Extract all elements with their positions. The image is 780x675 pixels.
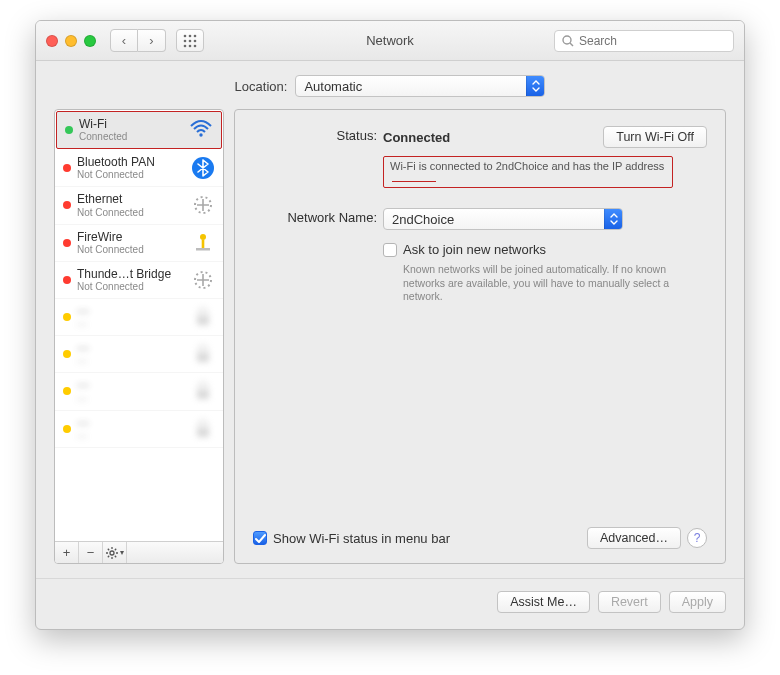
help-icon: ? [694, 531, 701, 545]
service-item[interactable]: Bluetooth PANNot Connected [55, 150, 223, 187]
assist-me-button[interactable]: Assist Me… [497, 591, 590, 613]
search-input[interactable] [579, 34, 729, 48]
show-all-button[interactable] [176, 29, 204, 52]
service-item[interactable]: EthernetNot Connected [55, 187, 223, 224]
nav-buttons: ‹ › [110, 29, 166, 52]
add-service-button[interactable]: + [55, 542, 79, 563]
status-dot-icon [63, 313, 71, 321]
remove-service-button[interactable]: − [79, 542, 103, 563]
status-label: Status: [253, 126, 383, 143]
status-dot-icon [63, 164, 71, 172]
minimize-button[interactable] [65, 35, 77, 47]
forward-button[interactable]: › [138, 29, 166, 52]
ethernet-icon [191, 268, 215, 292]
location-row: Location: Automatic [54, 75, 726, 97]
ask-to-join-label: Ask to join new networks [403, 242, 546, 257]
close-button[interactable] [46, 35, 58, 47]
service-status: — [77, 393, 183, 404]
location-select[interactable]: Automatic [295, 75, 545, 97]
search-icon [561, 34, 574, 47]
chevron-down-icon: ▾ [120, 548, 124, 557]
service-name: FireWire [77, 231, 183, 244]
service-list: Wi-FiConnectedBluetooth PANNot Connected… [55, 110, 223, 541]
ethernet-icon [191, 193, 215, 217]
chevron-right-icon: › [149, 33, 153, 48]
service-status: Connected [79, 131, 181, 142]
service-status: Not Connected [77, 281, 183, 292]
service-name: — [77, 305, 183, 318]
search-field[interactable] [554, 30, 734, 52]
chevron-left-icon: ‹ [122, 33, 126, 48]
show-status-label: Show Wi-Fi status in menu bar [273, 531, 450, 546]
service-name: Bluetooth PAN [77, 156, 183, 169]
lock-icon [191, 342, 215, 366]
window-controls [46, 35, 96, 47]
sidebar-footer: + − ▾ [55, 541, 223, 563]
zoom-button[interactable] [84, 35, 96, 47]
status-value: Connected [383, 130, 450, 145]
service-status: — [77, 318, 183, 329]
status-dot-icon [63, 239, 71, 247]
service-name: Ethernet [77, 193, 183, 206]
status-dot-icon [65, 126, 73, 134]
lock-icon [191, 379, 215, 403]
service-sidebar: Wi-FiConnectedBluetooth PANNot Connected… [54, 109, 224, 564]
status-dot-icon [63, 201, 71, 209]
lock-icon [191, 305, 215, 329]
service-status: Not Connected [77, 169, 183, 180]
ask-to-join-checkbox[interactable] [383, 243, 397, 257]
service-item[interactable]: —— [55, 411, 223, 448]
service-status: Not Connected [77, 244, 183, 255]
status-description: Wi-Fi is connected to 2ndChoice and has … [383, 156, 673, 188]
service-item[interactable]: Wi-FiConnected [56, 111, 222, 149]
service-item[interactable]: Thunde…t BridgeNot Connected [55, 262, 223, 299]
turn-wifi-off-button[interactable]: Turn Wi-Fi Off [603, 126, 707, 148]
advanced-button[interactable]: Advanced… [587, 527, 681, 549]
grid-icon [182, 33, 198, 49]
service-status: — [77, 430, 183, 441]
service-status: Not Connected [77, 207, 183, 218]
service-item[interactable]: FireWireNot Connected [55, 225, 223, 262]
lock-icon [191, 417, 215, 441]
back-button[interactable]: ‹ [110, 29, 138, 52]
updown-icon [604, 209, 622, 229]
status-dot-icon [63, 350, 71, 358]
wifi-icon [189, 118, 213, 142]
service-item[interactable]: —— [55, 336, 223, 373]
status-dot-icon [63, 276, 71, 284]
ask-to-join-help: Known networks will be joined automatica… [403, 263, 673, 304]
gear-icon [105, 546, 119, 560]
network-name-value: 2ndChoice [392, 212, 604, 227]
firewire-icon [191, 231, 215, 255]
minus-icon: − [87, 545, 95, 560]
revert-button[interactable]: Revert [598, 591, 661, 613]
plus-icon: + [63, 545, 71, 560]
location-label: Location: [235, 79, 288, 94]
redacted-ip [392, 181, 436, 182]
service-item[interactable]: —— [55, 373, 223, 410]
show-status-checkbox[interactable] [253, 531, 267, 545]
service-name: — [77, 342, 183, 355]
service-status: — [77, 355, 183, 366]
service-item[interactable]: —— [55, 299, 223, 336]
service-name: Thunde…t Bridge [77, 268, 183, 281]
window-footer: Assist Me… Revert Apply [36, 578, 744, 629]
updown-icon [526, 76, 544, 96]
apply-button[interactable]: Apply [669, 591, 726, 613]
status-dot-icon [63, 387, 71, 395]
service-name: Wi-Fi [79, 118, 181, 131]
titlebar: ‹ › Network [36, 21, 744, 61]
location-value: Automatic [304, 79, 526, 94]
service-name: — [77, 417, 183, 430]
service-actions-button[interactable]: ▾ [103, 542, 127, 563]
details-pane: Status: Connected Turn Wi-Fi Off Wi-Fi i… [234, 109, 726, 564]
network-name-label: Network Name: [253, 208, 383, 225]
network-prefs-window: ‹ › Network Location: Automatic Wi-FiCon… [35, 20, 745, 630]
status-dot-icon [63, 425, 71, 433]
service-name: — [77, 379, 183, 392]
bluetooth-icon [191, 156, 215, 180]
help-button[interactable]: ? [687, 528, 707, 548]
network-name-select[interactable]: 2ndChoice [383, 208, 623, 230]
